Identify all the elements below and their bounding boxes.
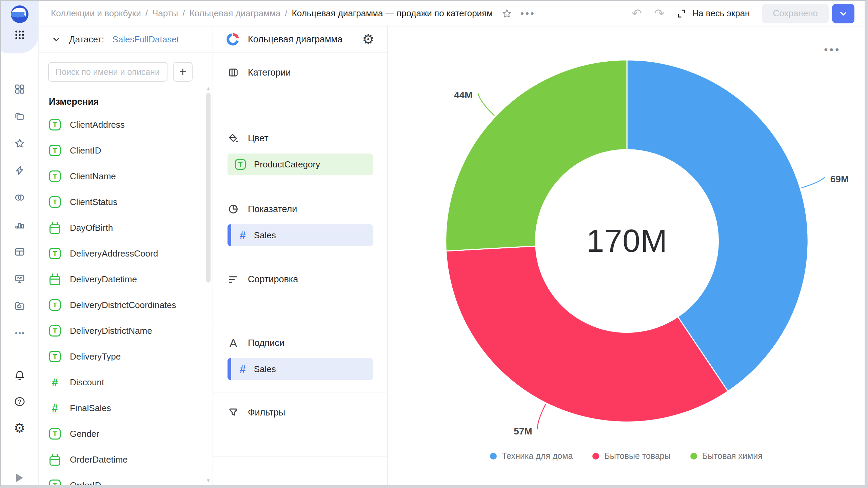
editor-lightning-icon[interactable] [14,165,25,176]
chart-type-selector[interactable]: Кольцевая диаграмма ⚙ [213,26,387,53]
undo-icon[interactable]: ↶ [632,7,642,20]
help-icon[interactable]: ? [14,396,25,407]
legend-item[interactable]: Техника для дома [490,451,573,461]
legend-item[interactable]: Бытовая химия [690,451,763,461]
app-window: ? ⚙ Коллекции и воркбуки / Чарты / Кольц… [0,0,868,488]
labels-icon: A [228,337,239,349]
field-item[interactable]: T ClientAddress [39,112,213,138]
dataset-selector[interactable]: Датасет: SalesFullDataset [39,26,213,53]
section-color-label: Цвет [248,133,269,144]
legend-item[interactable]: Бытовые товары [592,451,670,461]
collections-icon[interactable] [14,110,25,122]
label-connector [802,177,825,188]
saved-button[interactable]: Сохранено [762,4,829,23]
field-item[interactable]: T DeliveryType [39,344,213,369]
text-field-icon: T [49,351,61,362]
scroll-up-icon[interactable]: ▲ [206,85,211,91]
color-field-name: ProductCategory [254,159,320,170]
datalens-logo-icon[interactable] [11,5,29,23]
breadcrumb-collections[interactable]: Коллекции и воркбуки [51,8,141,19]
breadcrumb-separator: / [285,8,287,19]
dimensions-heading: Измерения [49,97,213,107]
donut-slice[interactable] [446,60,627,251]
text-field-icon: T [49,196,61,208]
label-field-chip[interactable]: # Sales [228,358,373,380]
date-field-icon [50,276,60,285]
breadcrumb-charts[interactable]: Чарты [152,8,178,19]
page-title: Кольцевая диаграмма — продажи по категор… [292,8,493,19]
donut-slice[interactable] [446,246,728,422]
field-item[interactable]: # FinalSales [39,395,213,421]
dataset-name-link[interactable]: SalesFullDataset [112,34,179,45]
field-name: DayOfBirth [70,223,113,233]
settings-gear-icon[interactable]: ⚙ [14,422,25,434]
section-labels-label: Подписи [248,338,284,348]
text-field-icon: T [49,170,61,182]
fields-list: T ClientAddress T ClientID T ClientName … [39,112,213,485]
tables-icon[interactable] [14,246,25,258]
field-item[interactable]: # Discount [39,369,213,395]
favorite-star-icon[interactable] [501,8,512,19]
chart-settings-gear-icon[interactable]: ⚙ [362,33,374,46]
breadcrumb-donut[interactable]: Кольцевая диаграмма [189,8,280,19]
field-item[interactable]: T ClientName [39,163,213,189]
field-item[interactable]: DayOfBirth [39,215,213,241]
field-name: Gender [70,429,99,439]
dashboards-icon[interactable] [14,273,25,285]
add-field-button[interactable]: + [173,62,193,82]
label-connector [537,404,546,429]
panel-scrollbar[interactable]: ▲ ▼ [206,86,211,483]
field-item[interactable]: T DeliveryDistrictName [39,318,213,344]
measure-field-chip[interactable]: # Sales [228,224,373,246]
breadcrumb-separator: / [145,8,148,19]
section-measures-label: Показатели [248,204,297,215]
legend-label: Бытовая химия [702,451,763,461]
field-item[interactable]: T DeliveryAddressCoord [39,241,213,266]
title-more-icon[interactable]: ••• [520,8,535,19]
connections-icon[interactable] [14,192,25,203]
rail-expand-button[interactable] [1,470,38,485]
number-field-icon: # [52,402,58,414]
section-measures[interactable]: Показатели # Sales [213,189,387,259]
section-labels[interactable]: A Подписи # Sales [213,323,387,392]
storage-folder-icon[interactable] [14,300,25,312]
section-color[interactable]: Цвет T ProductCategory [213,118,387,189]
fullscreen-button[interactable]: На весь экран [676,8,750,19]
redo-icon[interactable]: ↷ [654,7,664,20]
apps-grid-icon[interactable] [14,29,25,41]
number-field-icon: # [52,376,58,389]
section-filters[interactable]: Фильтры [213,392,387,457]
save-dropdown-button[interactable] [832,4,854,23]
chart-config-panel: Кольцевая диаграмма ⚙ Категории [213,26,388,485]
legend-label: Техника для дома [502,451,573,461]
more-icon[interactable] [14,327,25,339]
favorites-star-icon[interactable] [14,138,25,149]
field-item[interactable]: T OrderID [39,472,213,485]
field-item[interactable]: T ClientStatus [39,189,213,215]
tiles-icon[interactable] [14,83,25,95]
field-name: ClientStatus [70,197,117,207]
field-item[interactable]: DeliveryDatetime [39,266,213,292]
donut-chart: 69M57M44M170M [388,26,865,485]
field-item[interactable]: OrderDatetime [39,447,213,472]
field-item[interactable]: T ClientID [39,138,213,163]
field-search-input[interactable] [48,62,167,82]
color-field-chip[interactable]: T ProductCategory [228,154,373,175]
slice-value-label: 57M [514,426,532,436]
dataset-panel: Датасет: SalesFullDataset + Измерения T … [39,26,213,485]
notifications-bell-icon[interactable] [14,369,25,381]
slice-value-label: 44M [454,90,472,100]
svg-text:?: ? [18,399,21,405]
field-item[interactable]: T DeliveryDistrictCoordinates [39,292,213,318]
field-item[interactable]: T Gender [39,421,213,447]
charts-icon[interactable] [14,219,25,230]
date-field-icon [50,224,60,234]
donut-center-total: 170M [587,223,668,259]
scrollbar-thumb[interactable] [206,93,211,283]
left-nav-rail: ? ⚙ [1,1,39,485]
field-name: FinalSales [70,403,111,413]
field-name: OrderDatetime [70,454,128,465]
scroll-down-icon[interactable]: ▼ [206,477,211,483]
section-sort[interactable]: Сортировка [213,259,387,323]
section-categories[interactable]: Категории [213,53,387,118]
